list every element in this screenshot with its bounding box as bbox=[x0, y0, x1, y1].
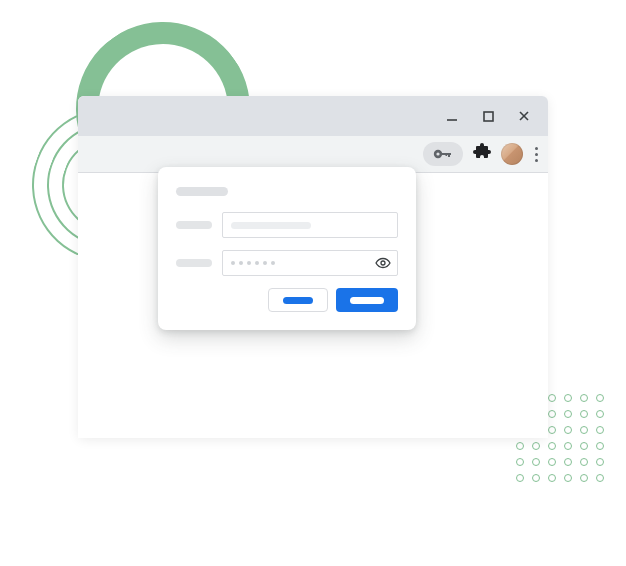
primary-button[interactable] bbox=[336, 288, 398, 312]
password-input[interactable] bbox=[222, 250, 398, 276]
svg-rect-8 bbox=[446, 153, 448, 156]
username-row bbox=[176, 212, 398, 238]
window-close-button[interactable] bbox=[508, 100, 540, 132]
window-maximize-button[interactable] bbox=[472, 100, 504, 132]
card-button-row bbox=[176, 288, 398, 312]
card-title-placeholder bbox=[176, 187, 228, 196]
username-input[interactable] bbox=[222, 212, 398, 238]
password-label-placeholder bbox=[176, 259, 212, 267]
window-minimize-button[interactable] bbox=[436, 100, 468, 132]
username-value-placeholder bbox=[231, 222, 311, 229]
secondary-button[interactable] bbox=[268, 288, 328, 312]
password-row bbox=[176, 250, 398, 276]
minimize-icon bbox=[445, 109, 459, 123]
key-icon bbox=[433, 148, 453, 160]
svg-point-5 bbox=[436, 152, 439, 155]
secondary-button-label-placeholder bbox=[283, 297, 313, 304]
svg-rect-7 bbox=[448, 153, 450, 157]
primary-button-label-placeholder bbox=[350, 297, 384, 304]
maximize-icon bbox=[482, 110, 495, 123]
extensions-button[interactable] bbox=[473, 143, 491, 165]
password-mask bbox=[231, 261, 275, 265]
browser-window bbox=[78, 96, 548, 438]
eye-icon bbox=[375, 257, 391, 269]
reveal-password-button[interactable] bbox=[375, 257, 391, 269]
svg-rect-1 bbox=[484, 112, 493, 121]
profile-avatar[interactable] bbox=[501, 143, 523, 165]
page-viewport bbox=[78, 173, 548, 438]
svg-point-9 bbox=[381, 261, 385, 265]
password-manager-button[interactable] bbox=[423, 142, 463, 166]
puzzle-icon bbox=[473, 143, 491, 161]
save-password-card bbox=[158, 167, 416, 330]
window-titlebar bbox=[78, 96, 548, 136]
username-label-placeholder bbox=[176, 221, 212, 229]
more-menu-button[interactable] bbox=[533, 145, 540, 164]
close-icon bbox=[517, 109, 531, 123]
